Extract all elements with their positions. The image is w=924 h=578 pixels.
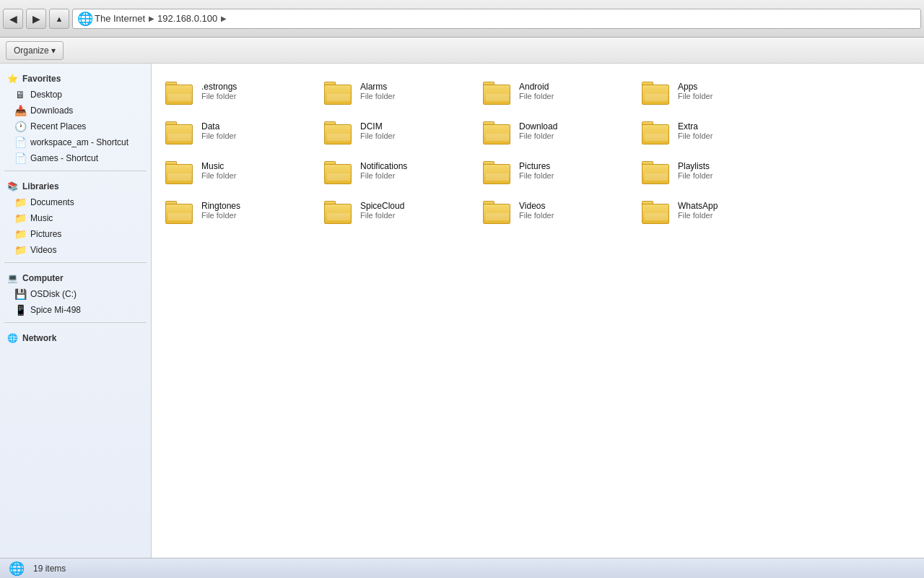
- folder-body: [324, 164, 352, 184]
- sidebar-network-header[interactable]: 🌐 Network: [0, 327, 151, 346]
- up-button[interactable]: ▲: [49, 9, 69, 29]
- breadcrumb-ip[interactable]: 192.168.0.100 ▶: [157, 13, 228, 24]
- sidebar-item-videos[interactable]: 📁 Videos: [0, 242, 151, 258]
- file-name-android: Android: [519, 82, 554, 92]
- breadcrumb-internet-arrow[interactable]: ▶: [147, 14, 156, 22]
- back-button[interactable]: ◀: [3, 9, 23, 29]
- sidebar-item-documents[interactable]: 📁 Documents: [0, 194, 151, 210]
- folder-sheen: [645, 134, 668, 141]
- folder-sheen: [645, 213, 668, 220]
- folder-sheen: [486, 173, 509, 181]
- file-name-playlists: Playlists: [678, 161, 712, 171]
- file-name-notifications: Notifications: [360, 161, 407, 171]
- folder-icon-dcim: [324, 117, 353, 144]
- sidebar-item-downloads[interactable]: 📥 Downloads: [0, 103, 151, 118]
- sidebar-item-workspace[interactable]: 📄 workspace_am - Shortcut: [0, 134, 151, 150]
- file-info-alarms: Alarms File folder: [360, 82, 395, 100]
- breadcrumb-internet-label: The Internet: [95, 13, 145, 24]
- file-name-whatsapp: WhatsApp: [678, 201, 718, 211]
- folder-body: [324, 204, 352, 224]
- file-item-spicecloud[interactable]: SpiceCloud File folder: [318, 190, 476, 230]
- file-info-pictures: Pictures File folder: [519, 161, 554, 180]
- folder-sheen: [168, 134, 191, 141]
- file-name-music: Music: [201, 161, 236, 171]
- organize-label: Organize ▾: [14, 46, 56, 56]
- folder-icon-extra: [642, 117, 671, 144]
- file-type-ringtones: File folder: [201, 211, 240, 220]
- status-bar: 🌐 19 items: [0, 558, 924, 578]
- file-item-whatsapp[interactable]: WhatsApp File folder: [635, 190, 794, 230]
- folder-icon-music: [165, 157, 194, 184]
- folder-body: [165, 85, 193, 105]
- file-item-data[interactable]: Data File folder: [159, 111, 318, 150]
- sidebar-item-recent-places[interactable]: 🕐 Recent Places: [0, 118, 151, 134]
- file-type-playlists: File folder: [678, 171, 712, 180]
- organize-button[interactable]: Organize ▾: [6, 41, 64, 60]
- computer-icon: 💻: [7, 273, 18, 283]
- folder-body: [165, 124, 193, 144]
- file-item-estrongs[interactable]: .estrongs File folder: [159, 71, 318, 111]
- sidebar-item-pictures[interactable]: 📁 Pictures: [0, 226, 151, 242]
- file-name-ringtones: Ringtones: [201, 201, 240, 211]
- file-name-download: Download: [519, 121, 557, 131]
- sidebar-favorites-header: ⭐ Favorites: [0, 68, 151, 87]
- file-item-pictures[interactable]: Pictures File folder: [476, 150, 635, 190]
- file-type-music: File folder: [201, 171, 236, 180]
- file-item-playlists[interactable]: Playlists File folder: [635, 150, 794, 190]
- file-name-apps: Apps: [678, 82, 712, 92]
- folder-icon-estrongs: [165, 77, 194, 105]
- sidebar-item-games[interactable]: 📄 Games - Shortcut: [0, 150, 151, 166]
- breadcrumb-ip-arrow[interactable]: ▶: [219, 14, 228, 22]
- sidebar-item-osdisk[interactable]: 💾 OSDisk (C:): [0, 286, 151, 302]
- file-name-dcim: DCIM: [360, 121, 395, 131]
- file-item-dcim[interactable]: DCIM File folder: [318, 111, 476, 150]
- file-type-dcim: File folder: [360, 131, 395, 140]
- sidebar-item-music[interactable]: 📁 Music: [0, 210, 151, 226]
- folder-body: [642, 85, 669, 105]
- file-info-playlists: Playlists File folder: [678, 161, 712, 180]
- folder-icon-pictures: [483, 157, 512, 184]
- breadcrumb-internet[interactable]: The Internet ▶: [95, 13, 156, 24]
- folder-body: [642, 164, 669, 184]
- sidebar-divider-2: [4, 262, 147, 263]
- documents-icon: 📁: [14, 197, 26, 208]
- file-item-notifications[interactable]: Notifications File folder: [318, 150, 476, 190]
- status-globe-icon: 🌐: [9, 561, 25, 577]
- file-type-pictures: File folder: [519, 171, 554, 180]
- folder-icon-android: [483, 77, 512, 105]
- folder-sheen: [645, 173, 668, 181]
- folder-sheen: [327, 173, 350, 181]
- file-item-alarms[interactable]: Alarms File folder: [318, 71, 476, 111]
- file-item-ringtones[interactable]: Ringtones File folder: [159, 190, 318, 230]
- file-item-videos[interactable]: Videos File folder: [476, 190, 635, 230]
- folder-icon-ringtones: [165, 197, 194, 224]
- folder-sheen: [327, 94, 350, 101]
- folder-body: [324, 85, 352, 105]
- file-info-whatsapp: WhatsApp File folder: [678, 201, 718, 220]
- music-icon: 📁: [14, 212, 26, 224]
- libraries-icon: 📚: [7, 181, 18, 191]
- folder-sheen: [168, 213, 191, 220]
- folder-icon-whatsapp: [642, 197, 671, 224]
- toolbar: Organize ▾: [0, 38, 924, 64]
- spice-icon: 📱: [14, 304, 26, 316]
- file-name-estrongs: .estrongs: [201, 82, 237, 92]
- folder-sheen: [168, 173, 191, 181]
- file-item-extra[interactable]: Extra File folder: [635, 111, 794, 150]
- sidebar-item-spice[interactable]: 📱 Spice Mi-498: [0, 302, 151, 318]
- folder-body: [483, 124, 510, 144]
- file-info-dcim: DCIM File folder: [360, 121, 395, 140]
- file-info-data: Data File folder: [201, 121, 236, 140]
- file-item-android[interactable]: Android File folder: [476, 71, 635, 111]
- file-info-ringtones: Ringtones File folder: [201, 201, 240, 220]
- forward-button[interactable]: ▶: [26, 9, 46, 29]
- folder-body: [642, 204, 669, 224]
- file-item-download[interactable]: Download File folder: [476, 111, 635, 150]
- address-breadcrumb: 🌐 The Internet ▶ 192.168.0.100 ▶: [72, 9, 921, 29]
- folder-icon-notifications: [324, 157, 353, 184]
- sidebar-item-desktop[interactable]: 🖥 Desktop: [0, 87, 151, 103]
- folder-body: [483, 85, 510, 105]
- file-name-spicecloud: SpiceCloud: [360, 201, 404, 211]
- file-item-music[interactable]: Music File folder: [159, 150, 318, 190]
- file-item-apps[interactable]: Apps File folder: [635, 71, 794, 111]
